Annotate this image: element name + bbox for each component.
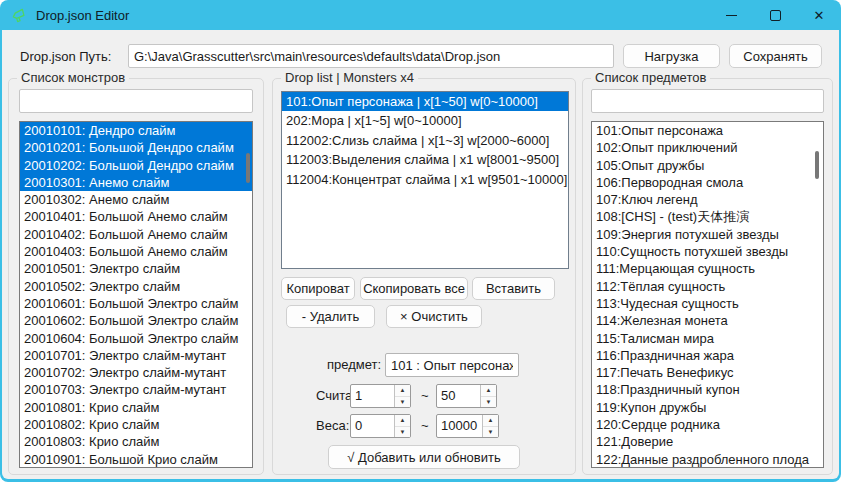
window-controls: ✕ [709,0,841,30]
delete-button[interactable]: - Удалить [286,305,375,328]
list-item[interactable]: 119:Купон дружбы [592,399,823,416]
spin-up-icon[interactable]: ▲ [483,415,498,427]
spin-down-icon[interactable]: ▼ [395,397,410,408]
count-min-value: 1 [351,385,394,407]
list-item[interactable]: 114:Железная монета [592,312,823,329]
monsters-listbox[interactable]: 20010101: Дендро слайм20010201: Большой … [19,121,253,468]
list-item[interactable]: 20010502: Электро слайм [20,278,252,295]
weight-max-spin-buttons: ▲▼ [482,415,498,437]
list-item[interactable]: 20010402: Большой Анемо слайм [20,226,252,243]
list-item[interactable]: 20010301: Анемо слайм [20,174,252,191]
weight-min-value: 0 [351,415,394,437]
list-item[interactable]: 122:Данные раздробленного плода [592,451,823,468]
count-max-spinner[interactable]: 50 ▲▼ [436,384,497,408]
list-item[interactable]: 107:Ключ легенд [592,191,823,208]
weight-min-spinner[interactable]: 0 ▲▼ [350,414,411,438]
weight-min-spin-buttons: ▲▼ [394,415,410,437]
list-item[interactable]: 111:Мерцающая сущность [592,260,823,277]
minimize-icon [726,15,737,16]
list-item[interactable]: 20010602: Большой Электро слайм [20,312,252,329]
list-item[interactable]: 112:Тёплая сущность [592,278,823,295]
copy-all-button[interactable]: Скопировать все [360,277,468,300]
list-item[interactable]: 117:Печать Венефикус [592,364,823,381]
list-item[interactable]: 20010201: Большой Дендро слайм [20,139,252,156]
list-item[interactable]: 20010101: Дендро слайм [20,122,252,139]
count-range-tilde: ~ [421,388,429,403]
path-input[interactable] [128,44,614,68]
drop-listbox[interactable]: 101:Опыт персонажа | x[1~50] w[0~10000]2… [281,91,569,269]
list-item[interactable]: 20010703: Электро слайм-мутант [20,381,252,398]
items-search-input[interactable] [591,89,824,113]
list-item[interactable]: 20010202: Большой Дендро слайм [20,157,252,174]
add-or-update-button[interactable]: √ Добавить или обновить [328,445,520,469]
list-item[interactable]: 20010802: Крио слайм [20,416,252,433]
monsters-group-title: Список монстров [17,70,129,85]
list-item[interactable]: 106:Первородная смола [592,174,823,191]
spin-down-icon[interactable]: ▼ [481,397,496,408]
list-item[interactable]: 20010302: Анемо слайм [20,191,252,208]
list-item[interactable]: 112002:Слизь слайма | x[1~3] w[2000~6000… [282,131,568,150]
list-item[interactable]: 20010701: Электро слайм-мутант [20,347,252,364]
list-item[interactable]: 112003:Выделения слайма | x1 w[8001~9500… [282,150,568,169]
monsters-search-input[interactable] [19,89,253,113]
list-item[interactable]: 113:Чудесная сущность [592,295,823,312]
list-item[interactable]: 115:Талисман мира [592,330,823,347]
maximize-icon [770,10,781,21]
load-button[interactable]: Нагрузка [623,44,720,68]
list-item[interactable]: 20010401: Большой Анемо слайм [20,208,252,225]
spin-up-icon[interactable]: ▲ [395,385,410,397]
copy-button[interactable]: Копироват [281,277,355,300]
app-window: Drop.json Editor ✕ Drop.json Путь: Нагру… [0,0,841,482]
app-megaphone-icon [10,6,28,24]
list-item[interactable]: 20010604: Большой Электро слайм [20,330,252,347]
list-item[interactable]: 102:Опыт приключений [592,139,823,156]
list-item[interactable]: 20010702: Электро слайм-мутант [20,364,252,381]
drop-list-group: Drop list | Monsters x4 101:Опыт персона… [272,78,576,475]
weight-max-spinner[interactable]: 10000 ▲▼ [436,414,499,438]
list-item[interactable]: 202:Мора | x[1~5] w[0~10000] [282,111,568,130]
count-min-spinner[interactable]: 1 ▲▼ [350,384,411,408]
spin-up-icon[interactable]: ▲ [481,385,496,397]
list-item[interactable]: 112004:Концентрат слайма | x1 w[9501~100… [282,170,568,189]
monsters-group: Список монстров 20010101: Дендро слайм20… [8,78,264,475]
list-item[interactable]: 20010501: Электро слайм [20,260,252,277]
list-item[interactable]: 20010601: Большой Электро слайм [20,295,252,312]
list-item[interactable]: 110:Сущность потухшей звезды [592,243,823,260]
items-group: Список предметов 101:Опыт персонажа102:О… [582,78,833,475]
list-item[interactable]: 20010403: Большой Анемо слайм [20,243,252,260]
save-button[interactable]: Сохранять [729,44,822,68]
minimize-button[interactable] [709,0,753,30]
spin-up-icon[interactable]: ▲ [395,415,410,427]
list-item[interactable]: 105:Опыт дружбы [592,157,823,174]
paste-button[interactable]: Вставить [472,277,555,300]
list-item[interactable]: 101:Опыт персонажа [592,122,823,139]
item-field-label: предмет: [327,357,381,372]
list-item[interactable]: 121:Доверие [592,433,823,450]
items-group-title: Список предметов [591,70,710,85]
spin-down-icon[interactable]: ▼ [483,427,498,438]
items-scrollbar-thumb[interactable] [815,151,819,179]
close-button[interactable]: ✕ [797,0,841,30]
list-item[interactable]: 20010901: Большой Крио слайм [20,451,252,468]
close-icon: ✕ [814,9,825,22]
list-item[interactable]: 118:Праздничный купон [592,381,823,398]
items-listbox[interactable]: 101:Опыт персонажа102:Опыт приключений10… [591,121,824,468]
list-item[interactable]: 101:Опыт персонажа | x[1~50] w[0~10000] [282,92,568,111]
list-item[interactable]: 20010803: Крио слайм [20,433,252,450]
clear-button[interactable]: × Очистить [386,305,482,328]
weight-range-tilde: ~ [421,418,429,433]
list-item[interactable]: 120:Сердце родника [592,416,823,433]
monsters-scrollbar-thumb[interactable] [246,153,250,183]
drop-list-group-title: Drop list | Monsters x4 [281,70,418,85]
window-title: Drop.json Editor [36,8,129,23]
list-item[interactable]: 116:Праздничная жара [592,347,823,364]
count-min-spin-buttons: ▲▼ [394,385,410,407]
maximize-button[interactable] [753,0,797,30]
list-item[interactable]: 109:Энергия потухшей звезды [592,226,823,243]
spin-down-icon[interactable]: ▼ [395,427,410,438]
list-item[interactable]: 108:[CHS] - (test)天体推演 [592,208,823,225]
list-item[interactable]: 20010801: Крио слайм [20,399,252,416]
count-max-spin-buttons: ▲▼ [480,385,496,407]
item-field-input[interactable] [385,353,519,377]
count-max-value: 50 [437,385,480,407]
